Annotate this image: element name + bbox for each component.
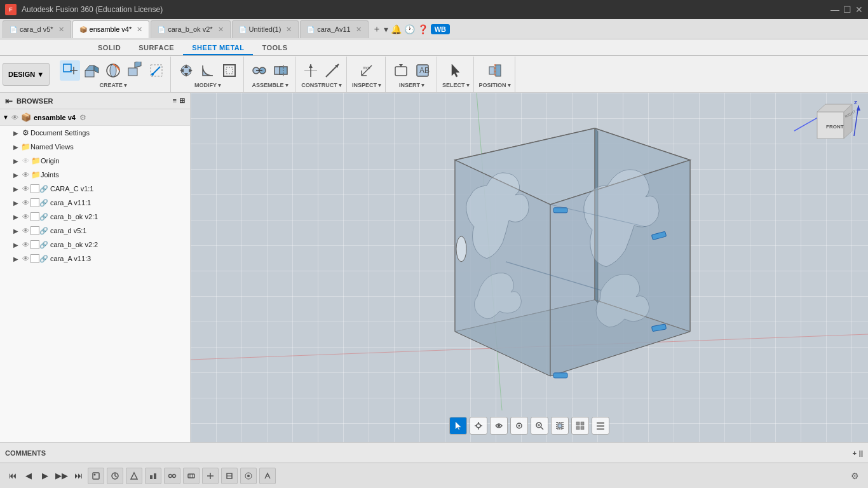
tab-list-button[interactable]: ▾ xyxy=(384,24,388,34)
cara-a1-eye[interactable]: 👁 xyxy=(20,198,31,208)
tab-ensamble[interactable]: 📦ensamble v4*✕ xyxy=(72,20,150,38)
insert-label[interactable]: INSERT ▾ xyxy=(399,82,424,88)
named-views-item[interactable]: ▶ 📁 Named Views xyxy=(0,140,190,154)
position-label[interactable]: POSITION ▾ xyxy=(479,82,511,88)
revolve-icon[interactable] xyxy=(103,60,123,81)
align-icon[interactable] xyxy=(485,60,505,81)
more-display-button[interactable] xyxy=(592,417,609,435)
ws-tab-solid[interactable]: SOLID xyxy=(89,41,130,55)
orbit-button[interactable] xyxy=(490,417,508,435)
user-avatar[interactable]: WB xyxy=(431,24,450,34)
ws-tab-sheet-metal[interactable]: SHEET METAL xyxy=(183,41,253,55)
named-views-expand[interactable]: ▶ xyxy=(11,142,20,151)
tab-close-ensamble[interactable]: ✕ xyxy=(137,25,142,34)
title-controls[interactable]: — ☐ ✕ xyxy=(831,4,863,15)
close-button[interactable]: ✕ xyxy=(855,4,863,15)
ws-tab-surface[interactable]: SURFACE xyxy=(130,41,183,55)
timeline-icon-8[interactable] xyxy=(221,468,238,484)
joints-expand[interactable]: ▶ xyxy=(11,170,20,179)
cara-d-checkbox[interactable] xyxy=(31,226,39,235)
notif-icon[interactable]: 🔔 xyxy=(391,24,402,34)
cara-a3-expand[interactable]: ▶ xyxy=(11,254,20,263)
cara-b2-eye[interactable]: 👁 xyxy=(20,240,31,250)
modify-label[interactable]: MODIFY ▾ xyxy=(194,82,221,88)
doc-expand[interactable]: ▶ xyxy=(11,128,20,137)
cara-b1-item[interactable]: ▶ 👁 🔗 cara_b_ok v2:1 xyxy=(0,210,190,224)
assemble-label[interactable]: ASSEMBLE ▾ xyxy=(252,82,288,88)
select-tool-icon[interactable] xyxy=(445,60,466,81)
cara-a1-item[interactable]: ▶ 👁 🔗 cara_A v11:1 xyxy=(0,196,190,210)
timeline-icon-2[interactable] xyxy=(107,468,123,484)
tab-close-cara_b_ok[interactable]: ✕ xyxy=(218,25,224,34)
create-label[interactable]: CREATE ▾ xyxy=(99,82,126,88)
new-component-icon[interactable] xyxy=(60,60,80,81)
cara-d-expand[interactable]: ▶ xyxy=(11,226,20,235)
timeline-end-button[interactable]: ⏭ xyxy=(71,469,85,483)
shell-icon[interactable] xyxy=(219,60,240,81)
move-icon[interactable] xyxy=(176,60,196,81)
origin-item[interactable]: ▶ 👁 📁 Origin xyxy=(0,154,190,168)
minimize-button[interactable]: — xyxy=(831,4,839,15)
joints-item[interactable]: ▶ 👁 📁 Joints xyxy=(0,168,190,182)
sketch-icon[interactable] xyxy=(146,60,166,81)
tab-close-untitled[interactable]: ✕ xyxy=(286,25,292,34)
cara-a3-checkbox[interactable] xyxy=(31,254,39,263)
viewcube[interactable]: FRONT RIGHT Z xyxy=(811,99,862,150)
origin-eye[interactable]: 👁 xyxy=(20,156,31,166)
root-expand-icon[interactable]: ▼ xyxy=(3,114,9,121)
timeline-settings-button[interactable]: ⚙ xyxy=(846,468,863,484)
help-icon[interactable]: ❓ xyxy=(417,24,428,34)
root-eye-icon[interactable]: 👁 xyxy=(11,114,18,121)
zoom-button[interactable] xyxy=(531,417,548,435)
cara-b2-item[interactable]: ▶ 👁 🔗 cara_b_ok v2:2 xyxy=(0,238,190,252)
browser-collapse-icon[interactable]: ≡ xyxy=(173,97,177,105)
select-mode-button[interactable] xyxy=(449,417,467,435)
cara-b1-checkbox[interactable] xyxy=(31,212,39,221)
timeline-next-button[interactable]: ▶▶ xyxy=(55,469,69,483)
cara-b1-expand[interactable]: ▶ xyxy=(11,212,20,221)
design-button[interactable]: DESIGN ▼ xyxy=(3,63,50,86)
joint-icon[interactable] xyxy=(249,60,269,81)
clock-icon[interactable]: 🕐 xyxy=(404,24,415,34)
timeline-icon-9[interactable] xyxy=(240,468,257,484)
extrude-icon[interactable] xyxy=(81,60,102,81)
tab-close-cara_d[interactable]: ✕ xyxy=(58,25,64,34)
decal-icon[interactable]: AB xyxy=(412,60,433,81)
timeline-icon-5[interactable] xyxy=(164,468,180,484)
root-settings-icon[interactable]: ⚙ xyxy=(79,113,86,122)
cara-d-eye[interactable]: 👁 xyxy=(20,226,31,236)
cara-d-item[interactable]: ▶ 👁 🔗 cara_d v5:1 xyxy=(0,224,190,238)
viewport[interactable]: Z xyxy=(191,93,868,442)
cara-c-expand[interactable]: ▶ xyxy=(11,184,20,193)
collapse-browser-icon[interactable]: ⇤ xyxy=(5,96,13,106)
cara-a3-item[interactable]: ▶ 👁 🔗 cara_A v11:3 xyxy=(0,252,190,266)
cara-a1-checkbox[interactable] xyxy=(31,198,39,207)
select-label[interactable]: SELECT ▾ xyxy=(442,82,470,88)
offset-plane-icon[interactable] xyxy=(301,60,321,81)
doc-settings-item[interactable]: ▶ ⚙ Document Settings xyxy=(0,126,190,140)
cara-b2-expand[interactable]: ▶ xyxy=(11,240,20,249)
tab-cara_b_ok[interactable]: 📄cara_b_ok v2*✕ xyxy=(151,20,230,38)
cara-a3-eye[interactable]: 👁 xyxy=(20,254,31,264)
comments-collapse-button[interactable]: || xyxy=(859,449,863,457)
origin-expand[interactable]: ▶ xyxy=(11,156,20,165)
construct-label[interactable]: CONSTRUCT ▾ xyxy=(301,82,342,88)
insert-mcmaster-icon[interactable] xyxy=(391,60,411,81)
joints-eye[interactable]: 👁 xyxy=(20,170,31,180)
move-bodies-icon[interactable] xyxy=(271,60,291,81)
maximize-button[interactable]: ☐ xyxy=(843,4,851,15)
tab-cara_d[interactable]: 📄cara_d v5*✕ xyxy=(3,20,71,38)
look-at-button[interactable] xyxy=(510,417,528,435)
timeline-rewind-button[interactable]: ⏮ xyxy=(5,469,19,483)
tab-close-cara_Av11[interactable]: ✕ xyxy=(356,25,362,34)
tab-untitled[interactable]: 📄Untitled(1)✕ xyxy=(232,20,299,38)
add-tab-button[interactable]: ＋ xyxy=(372,24,381,35)
timeline-icon-10[interactable] xyxy=(259,468,276,484)
flange-icon[interactable] xyxy=(125,60,145,81)
cara-b1-eye[interactable]: 👁 xyxy=(20,212,31,222)
pan-button[interactable] xyxy=(470,417,487,435)
cara-c-checkbox[interactable] xyxy=(31,184,39,193)
ws-tab-tools[interactable]: TOOLS xyxy=(253,41,296,55)
timeline-prev-button[interactable]: ◀ xyxy=(22,469,36,483)
cara-c-eye[interactable]: 👁 xyxy=(20,184,31,194)
